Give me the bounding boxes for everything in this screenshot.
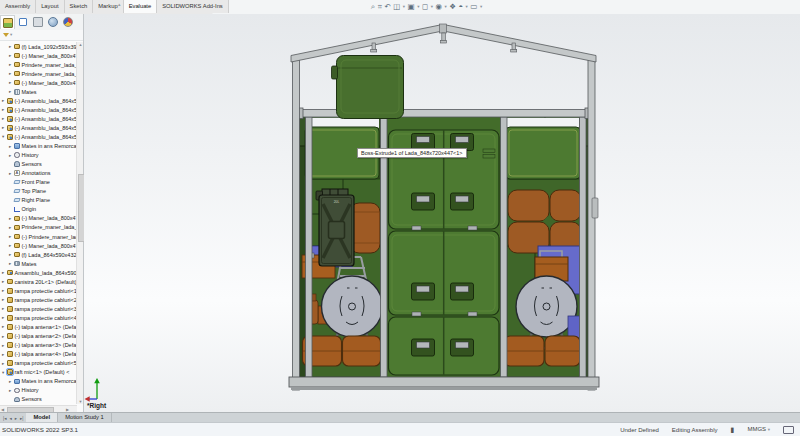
tree-item[interactable]: Origin — [0, 205, 77, 214]
hide-show-items-icon[interactable]: ◉ — [435, 1, 442, 13]
dropdown-caret-icon[interactable]: ▾ — [417, 1, 419, 13]
display-style-icon[interactable]: ◻ — [422, 1, 428, 13]
green-crate[interactable] — [506, 127, 580, 179]
left-bay[interactable]: 20L — [302, 127, 383, 377]
filter-caret-icon[interactable]: ▾ — [10, 29, 12, 41]
tree-item[interactable]: ▸Mates in ans Remorca — [0, 377, 77, 386]
tree-item[interactable]: ▸(f) Lada_1092x593x394 — [0, 42, 77, 51]
tree-item[interactable]: Top Plane — [0, 187, 77, 196]
stacked-crates[interactable] — [389, 130, 500, 375]
tree-item[interactable]: ▸Annotations — [0, 169, 77, 178]
tree-item[interactable]: ▸(-) talpa antena<4> (Defau — [0, 350, 77, 359]
tree-item[interactable]: ▸Mates — [0, 259, 77, 268]
tree-item[interactable]: Sensors — [0, 395, 77, 404]
view-orientation-icon[interactable]: ▣ — [408, 1, 415, 13]
tree-horizontal-scrollbar[interactable]: ◀ ▶ — [0, 405, 77, 412]
tree-item[interactable]: Right Plane — [0, 196, 77, 205]
tree-vertical-scrollbar[interactable]: ▲ ▼ — [76, 42, 83, 404]
plane-icon — [13, 180, 20, 184]
tab-assembly[interactable]: Assembly — [0, 0, 36, 13]
tab-addins[interactable] — [60, 15, 75, 29]
tree-item[interactable]: ▸Mates in ans Remorca — [0, 142, 77, 151]
tree-item[interactable]: ▸rampa protectie cabluri<2> — [0, 295, 77, 304]
tab-solidworks-add-ins[interactable]: SOLIDWORKS Add-Ins — [157, 0, 229, 13]
tree-item[interactable]: ▸rampa protectie cabluri<3> — [0, 304, 77, 313]
tree-item[interactable]: ▸History — [0, 151, 77, 160]
tree-item-label: (-) Ansamblu_lada_864x590 — [15, 134, 78, 140]
graphics-area[interactable]: 20L — [84, 14, 800, 412]
trailer-model[interactable]: 20L — [84, 14, 800, 412]
tree-item[interactable]: ▸Ansamblu_lada_864x590x4 — [0, 268, 77, 277]
dropdown-caret-icon[interactable]: ▾ — [480, 1, 482, 13]
part-icon — [7, 333, 13, 339]
tree-item[interactable]: ▸(-) Ansamblu_lada_864x590 — [0, 123, 77, 132]
tab-scroll-icon[interactable]: ▸ — [14, 416, 18, 421]
tree-filter[interactable]: ▾ — [0, 30, 83, 41]
tree-item[interactable]: ▸rampa protectie cabluri<5> — [0, 359, 77, 368]
zoom-to-fit-icon[interactable]: ⌕ — [371, 1, 375, 13]
tree-item[interactable]: ▾(-) Ansamblu_lada_864x590 — [0, 132, 77, 141]
tab-scroll-icon[interactable]: |◂ — [2, 416, 7, 421]
dropdown-caret-icon[interactable]: ▾ — [445, 1, 447, 13]
tab-scroll-icon[interactable]: ▸| — [19, 416, 24, 421]
tree-item[interactable]: ▸(-) Maner_lada_800x47 — [0, 214, 77, 223]
right-bay[interactable] — [504, 127, 581, 377]
units-dropdown[interactable]: MMGS ▾ — [747, 424, 770, 436]
tree-item[interactable]: ▸Prindere_maner_lada_l — [0, 223, 77, 232]
tab-featuremanager-tree[interactable] — [0, 15, 15, 29]
tab-scroll-icon[interactable]: ◂ — [8, 416, 12, 421]
previous-view-icon[interactable]: ↶ — [384, 1, 390, 13]
tab-dimxpert-manager[interactable] — [30, 15, 45, 29]
featuremanager-panel: ▾ ▸(f) Lada_1092x593x394▸(-) Maner_lada_… — [0, 14, 84, 412]
top-crate[interactable] — [332, 56, 404, 119]
view-settings-icon[interactable]: ▭ — [470, 1, 477, 13]
tree-item[interactable]: ▸(-) Maner_lada_800x47 — [0, 241, 77, 250]
display-settings-icon[interactable] — [783, 426, 794, 434]
jerry-can[interactable]: 20L — [316, 189, 354, 266]
tree-item[interactable]: Sensors — [0, 160, 77, 169]
tree-item[interactable]: ▸(-) Prindere_maner_lad — [0, 232, 77, 241]
clasp — [332, 66, 338, 79]
tree-item[interactable]: ▸(-) talpa antena<3> (Defau — [0, 341, 77, 350]
jerrycan-label: 20L — [334, 200, 340, 204]
tree-item[interactable]: ▸(-) talpa antena<2> (Defau — [0, 332, 77, 341]
apply-scene-icon[interactable]: ◓ — [459, 1, 464, 13]
tree-item[interactable]: ▾raft mic<1> (Default) < — [0, 368, 77, 377]
scroll-down-icon[interactable]: ▼ — [77, 399, 84, 404]
tree-item[interactable]: ▸(-) Maner_lada_800x47 — [0, 51, 77, 60]
tree-item[interactable]: ▸History — [0, 386, 77, 395]
tree-item[interactable]: ▸(-) talpa antena<1> (Defau — [0, 322, 77, 331]
tree-item[interactable]: ▸canistra 20L<1> (Default) < — [0, 277, 77, 286]
tree-item[interactable]: ▸Prindere_maner_lada_l — [0, 69, 77, 78]
folder-icon — [14, 143, 20, 149]
part-icon — [7, 360, 13, 366]
dropdown-caret-icon[interactable]: ▾ — [466, 1, 468, 13]
zoom-to-area-icon[interactable]: ⌗ — [378, 1, 382, 13]
tree-item[interactable]: ▸rampa protectie cabluri<4> — [0, 313, 77, 322]
tab-sketch[interactable]: Sketch — [65, 0, 94, 13]
tab-evaluate[interactable]: Evaluate — [124, 0, 158, 13]
tree-item[interactable]: ▸(-) Ansamblu_lada_864x590 — [0, 114, 77, 123]
tree-item[interactable]: ▸rampa protectie cabluri<1> — [0, 286, 77, 295]
tree-item-label: Mates in ans Remorca — [22, 143, 77, 149]
tree-item[interactable]: ▸(-) Ansamblu_lada_864x590 — [0, 105, 77, 114]
trailer-floor — [289, 377, 599, 390]
tree-item[interactable]: ▸Mates — [0, 87, 77, 96]
dropdown-caret-icon[interactable]: ▾ — [431, 1, 433, 13]
tree-item[interactable]: ▸(-) Maner_lada_800x47 — [0, 78, 77, 87]
dropdown-caret-icon[interactable]: ▾ — [403, 1, 405, 13]
commandmanager-collapse-icon[interactable]: ▴ — [118, 1, 121, 7]
edit-appearance-icon[interactable]: ❖ — [449, 1, 456, 13]
tree-item[interactable]: ▸Prindere_maner_lada_l — [0, 60, 77, 69]
tree-item[interactable]: ▸(f) Lada_864x590x432< — [0, 250, 77, 259]
tree-item[interactable]: Front Plane — [0, 178, 77, 187]
scroll-up-icon[interactable]: ▲ — [77, 42, 84, 47]
tab-display-manager[interactable] — [45, 15, 60, 29]
tab-layout[interactable]: Layout — [36, 0, 64, 13]
tab-configuration-manager[interactable] — [15, 15, 30, 29]
part-icon — [14, 216, 20, 222]
cable-drums[interactable] — [508, 190, 581, 253]
section-view-icon[interactable]: ◫ — [393, 1, 400, 13]
part-icon — [7, 351, 13, 357]
tree-item[interactable]: ▸(-) Ansamblu_lada_864x590 — [0, 96, 77, 105]
